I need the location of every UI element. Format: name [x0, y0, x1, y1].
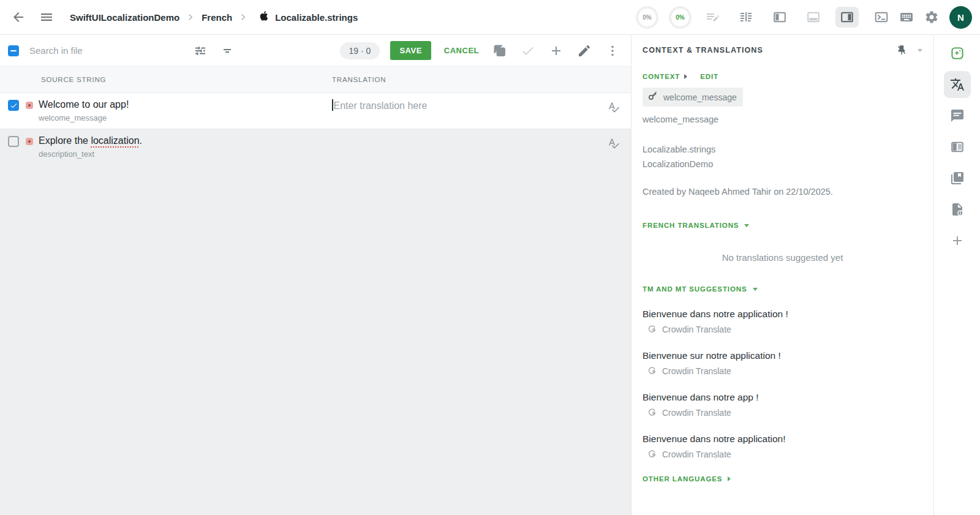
edit-string-button[interactable]: [577, 43, 592, 58]
ai-assistant-tab[interactable]: [944, 40, 971, 67]
caret-right-icon: [684, 74, 687, 79]
ai-sparkle-icon: [950, 46, 965, 61]
suggestion-item[interactable]: Bienvenue dans notre app ! Crowdin Trans…: [643, 392, 922, 418]
sidebar-header: CONTEXT & TRANSLATIONS: [643, 44, 922, 56]
source-string-text: Explore the localization.: [39, 135, 631, 146]
string-key-tag-label: welcome_message: [663, 92, 737, 102]
tm-section-header[interactable]: TM AND MT SUGGESTIONS: [643, 285, 922, 293]
spellcheck-button[interactable]: [608, 137, 620, 149]
suggestion-text[interactable]: Bienvenue dans notre application!: [643, 434, 922, 445]
comment-icon: [950, 108, 965, 123]
suggestion-item[interactable]: Bienvenue sur notre application ! Crowdi…: [643, 350, 922, 377]
select-all-checkbox[interactable]: [8, 45, 19, 56]
approved-progress-ring[interactable]: 0%: [669, 6, 692, 29]
back-icon: [11, 10, 26, 24]
split-view-button[interactable]: [734, 7, 758, 28]
keyboard-icon: [899, 10, 914, 24]
misspelled-word: localization: [91, 135, 139, 146]
suggestion-item[interactable]: Bienvenue dans notre application! Crowdi…: [643, 434, 922, 460]
source-column-header: SOURCE STRING: [41, 76, 106, 83]
filter-button[interactable]: [220, 43, 235, 58]
glossary-tab[interactable]: [944, 165, 971, 192]
console-button[interactable]: [874, 10, 889, 24]
save-button[interactable]: SAVE: [390, 41, 431, 60]
approve-button[interactable]: [521, 43, 535, 58]
no-translations-message: No translations suggested yet: [643, 252, 922, 263]
breadcrumb-file[interactable]: Localizable.strings: [275, 12, 358, 23]
crowdin-logo-icon: [647, 324, 657, 335]
file-info-tab[interactable]: [944, 196, 971, 223]
avatar[interactable]: N: [949, 6, 972, 29]
suggestion-source: Crowdin Translate: [643, 366, 922, 377]
caret-down-icon: [753, 288, 758, 291]
pencil-icon: [577, 43, 592, 58]
pin-off-icon: [895, 44, 908, 56]
key-icon: [647, 91, 658, 103]
string-row-welcome[interactable]: Welcome to our app! welcome_message Ente…: [0, 93, 631, 129]
translations-section-header[interactable]: FRENCH TRANSLATIONS: [643, 222, 922, 229]
suggestion-item[interactable]: Bienvenue dans notre application ! Crowd…: [643, 309, 922, 335]
copy-source-button[interactable]: [492, 43, 507, 58]
right-panel-icon: [840, 10, 854, 24]
edit-context-link[interactable]: EDIT: [700, 73, 718, 80]
file-info-icon: [950, 202, 965, 217]
crowdin-logo-icon: [647, 449, 657, 460]
back-button[interactable]: [11, 10, 26, 24]
caret-down-icon: [744, 224, 749, 227]
add-string-button[interactable]: [549, 43, 564, 58]
context-project-name: LocalizationDemo: [643, 157, 922, 171]
strings-counter: 19 · 0: [340, 42, 380, 59]
string-key-tag[interactable]: welcome_message: [643, 88, 743, 107]
right-panel-view-button[interactable]: [835, 7, 859, 28]
gear-icon: [924, 10, 939, 24]
cancel-button[interactable]: CANCEL: [444, 46, 479, 55]
other-languages-section-header[interactable]: OTHER LANGUAGES: [643, 475, 922, 483]
translations-tab[interactable]: [944, 71, 971, 98]
settings-button[interactable]: [924, 10, 939, 24]
reader-icon: [950, 140, 965, 154]
suggestion-text[interactable]: Bienvenue dans notre app !: [643, 392, 922, 403]
breadcrumb: SwiftUILocalizationDemo French Localizab…: [70, 10, 358, 24]
playlist-edit-button[interactable]: [706, 10, 720, 24]
caret-right-icon: [728, 476, 731, 481]
comments-tab[interactable]: [944, 102, 971, 129]
menu-button[interactable]: [39, 10, 54, 24]
string-row-description[interactable]: Explore the localization. description_te…: [0, 129, 631, 165]
context-section-label[interactable]: CONTEXT: [643, 73, 680, 80]
add-panel-tab[interactable]: [944, 227, 971, 254]
collapse-sidebar-button[interactable]: [918, 49, 922, 52]
spellcheck-button[interactable]: [608, 101, 620, 113]
playlist-edit-icon: [706, 10, 720, 24]
topbar-actions: 0% 0% N: [636, 6, 972, 29]
chevron-right-icon: [237, 11, 249, 23]
context-info-tab[interactable]: [944, 133, 971, 160]
sidebar-title: CONTEXT & TRANSLATIONS: [643, 46, 895, 55]
caret-down-icon: [918, 49, 922, 52]
approve-check-icon: [521, 43, 535, 58]
search-input[interactable]: [29, 45, 161, 56]
translation-input[interactable]: Enter translation here: [332, 99, 594, 111]
string-key: description_text: [39, 149, 631, 159]
suggestion-text[interactable]: Bienvenue sur notre application !: [643, 350, 922, 361]
advanced-filter-button[interactable]: [193, 43, 208, 58]
translate-icon: [950, 77, 965, 92]
shortcuts-button[interactable]: [899, 10, 914, 24]
suggestion-text[interactable]: Bienvenue dans notre application !: [643, 309, 922, 320]
more-options-button[interactable]: [605, 43, 620, 58]
unpin-button[interactable]: [895, 44, 908, 56]
translated-progress-ring[interactable]: 0%: [636, 6, 658, 29]
tune-icon: [193, 43, 208, 58]
row-checkbox-checked[interactable]: [8, 100, 19, 111]
editor-panel: 19 · 0 SAVE CANCEL SOURCE STRING TRANSLA…: [0, 35, 631, 515]
plus-icon: [549, 43, 564, 58]
bottom-panel-view-button[interactable]: [802, 7, 825, 28]
split-view-icon: [739, 10, 753, 24]
breadcrumb-project[interactable]: SwiftUILocalizationDemo: [70, 12, 179, 23]
created-by-line: Created by Naqeeb Ahmed Tahir on 22/10/2…: [643, 187, 922, 197]
left-panel-view-button[interactable]: [768, 7, 791, 28]
crowdin-logo-icon: [647, 366, 657, 377]
filter-icon: [220, 43, 235, 58]
breadcrumb-language[interactable]: French: [202, 12, 232, 23]
editor-toolbar: 19 · 0 SAVE CANCEL: [0, 35, 631, 66]
row-checkbox-unchecked[interactable]: [8, 136, 19, 147]
